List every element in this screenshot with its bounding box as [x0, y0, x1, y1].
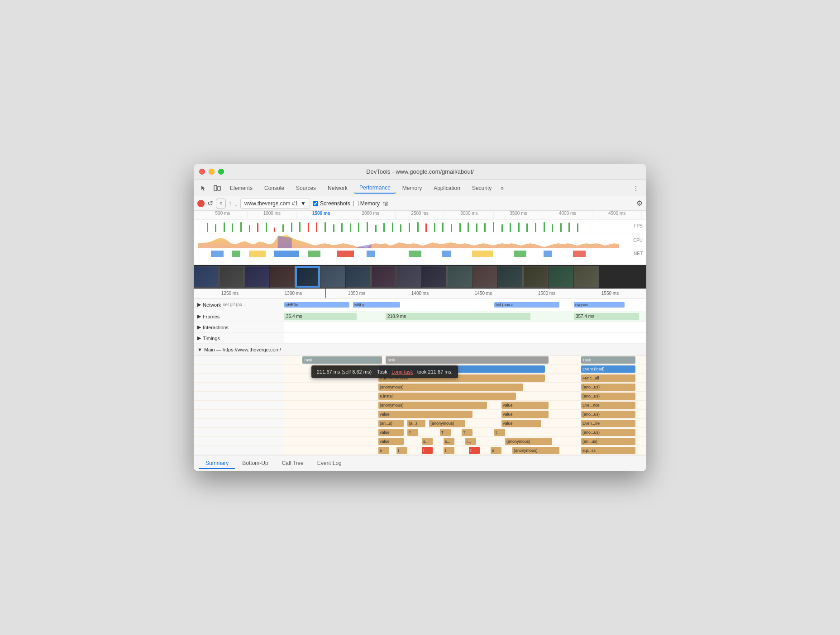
bottom-tab-eventlog[interactable]: Event Log	[311, 458, 348, 469]
tab-security[interactable]: Security	[467, 183, 497, 193]
screenshot-14[interactable]	[523, 266, 548, 288]
flame-block-value-6[interactable]: value	[378, 438, 404, 445]
flame-block-doc[interactable]: DO...C	[313, 365, 360, 373]
frame-bar-3[interactable]: 357.4 ms	[574, 313, 639, 320]
frames-track-label[interactable]: ▶ Frames	[194, 311, 284, 322]
network-track-label[interactable]: ▶ Network xel.gif (px...	[194, 299, 284, 311]
tab-console[interactable]: Console	[259, 183, 290, 193]
settings-button[interactable]: ⚙	[636, 199, 643, 208]
network-bar-2[interactable]: M6Ly...	[353, 302, 400, 308]
flame-block-T2[interactable]: T	[440, 429, 451, 436]
memory-checkbox[interactable]	[353, 201, 358, 206]
bottom-tab-summary[interactable]: Summary	[199, 458, 235, 469]
bottom-tab-bottomup[interactable]: Bottom-Up	[236, 458, 274, 469]
screenshot-7[interactable]	[346, 266, 371, 288]
flame-block-T3[interactable]: T	[462, 429, 472, 436]
tab-memory[interactable]: Memory	[397, 183, 427, 193]
flame-block-i1[interactable]: i...	[465, 438, 476, 445]
flame-block-event-load[interactable]: Event (load)	[581, 365, 635, 373]
tab-application[interactable]: Application	[428, 183, 466, 193]
screenshot-11[interactable]	[447, 266, 472, 288]
screenshot-9[interactable]	[396, 266, 421, 288]
upload-button[interactable]: ↑	[229, 200, 232, 207]
screenshots-toggle[interactable]: Screenshots	[313, 200, 350, 207]
flame-block-run-microtasks[interactable]: Run Microtasks	[378, 374, 545, 382]
screenshot-1[interactable]	[194, 266, 219, 288]
network-bar-1[interactable]: aHR0c	[284, 302, 349, 308]
flame-block-ans[interactable]: (an...s)	[378, 420, 404, 427]
flame-block-t2[interactable]: t	[396, 447, 407, 454]
flame-block-s2[interactable]: s...	[444, 438, 454, 445]
mobile-toggle-icon[interactable]	[211, 182, 224, 194]
flame-block-T1[interactable]: T	[407, 429, 418, 436]
flame-block-anon-3[interactable]: (ano...us)	[581, 393, 635, 400]
bottom-tab-calltree[interactable]: Call Tree	[276, 458, 310, 469]
more-tabs-button[interactable]: »	[498, 183, 506, 193]
screenshot-16[interactable]	[574, 266, 599, 288]
screenshot-12[interactable]	[472, 266, 497, 288]
screenshot-15[interactable]	[549, 266, 573, 288]
flame-block-task-3[interactable]: Task	[581, 356, 635, 364]
flame-block-anon-8[interactable]: (anonymous)	[505, 438, 552, 445]
flame-block-anus[interactable]: (an...us)	[581, 438, 635, 445]
flame-block-anon-5[interactable]: (ano...us)	[581, 411, 635, 418]
flame-block-value-5[interactable]: value	[378, 429, 404, 436]
screenshot-6[interactable]	[320, 266, 345, 288]
memory-toggle[interactable]: Memory	[353, 200, 380, 207]
network-bar-4[interactable]: cygnus	[574, 302, 625, 308]
close-button[interactable]	[199, 169, 205, 175]
timeline-overview[interactable]: 500 ms 1000 ms 1500 ms 2000 ms 2500 ms 3…	[194, 211, 646, 265]
flame-block-anon-9[interactable]: (anonymous)	[512, 447, 559, 454]
screenshot-10[interactable]	[422, 266, 447, 288]
flame-block-epss[interactable]: e.p...ss	[581, 447, 635, 454]
flame-block-e2[interactable]: e	[491, 447, 501, 454]
tab-network[interactable]: Network	[322, 183, 353, 193]
screenshot-4[interactable]	[270, 266, 295, 288]
cursor-tool-icon[interactable]	[197, 182, 210, 194]
url-selector[interactable]: www.theverge.com #1 ▼	[240, 199, 310, 209]
flame-block-evence[interactable]: Eve...nce	[581, 402, 635, 409]
flame-block-xhr[interactable]: XHR Load (c	[378, 365, 545, 373]
tab-elements[interactable]: Elements	[224, 183, 258, 193]
flame-block-evenire[interactable]: Even...ire	[581, 420, 635, 427]
flame-block-anon-1[interactable]: (anonymous)	[378, 384, 523, 391]
flame-block-value-4[interactable]: value	[501, 420, 541, 427]
minimize-button[interactable]	[209, 169, 215, 175]
interactions-track-label[interactable]: ▶ Interactions	[194, 322, 284, 332]
flame-block-task-1[interactable]: Task	[302, 356, 382, 364]
screenshot-13[interactable]	[498, 266, 523, 288]
flame-block-einstall[interactable]: e.install	[378, 393, 516, 400]
screenshot-8[interactable]	[371, 266, 396, 288]
frame-bar-1[interactable]: 36.4 ms	[284, 313, 357, 320]
clear-button[interactable]: 🗑	[382, 200, 389, 207]
flame-block-task-2[interactable]: Task	[386, 356, 549, 364]
flame-block-anon-6[interactable]: (anonymous)	[429, 420, 465, 427]
flame-block-t4[interactable]: t	[444, 447, 454, 454]
maximize-button[interactable]	[218, 169, 224, 175]
flame-block-s1[interactable]: s...	[422, 438, 433, 445]
download-button[interactable]: ↓	[234, 200, 238, 207]
tab-performance[interactable]: Performance	[354, 183, 396, 194]
flame-block-t1[interactable]: t	[494, 429, 505, 436]
frame-bar-2[interactable]: 218.9 ms	[386, 313, 530, 320]
flame-block-t5-red[interactable]: t	[469, 447, 480, 454]
devtools-menu-button[interactable]: ⋮	[629, 183, 643, 194]
flame-block-value-2[interactable]: value	[378, 411, 472, 418]
tab-sources[interactable]: Sources	[291, 183, 321, 193]
flame-block-value-3[interactable]: value	[501, 411, 549, 418]
screenshot-2[interactable]	[219, 266, 244, 288]
flame-block-a[interactable]: (a...)	[407, 420, 425, 427]
flame-block-anon-7[interactable]: (ano...us)	[581, 429, 635, 436]
flame-block-t3-red[interactable]: t	[422, 447, 433, 454]
flame-block-value-1[interactable]: value	[501, 402, 549, 409]
network-bar-3[interactable]: bid (aax.a	[494, 302, 559, 308]
timings-track-label[interactable]: ▶ Timings	[194, 333, 284, 343]
flame-block-funcall[interactable]: Func...all	[581, 374, 635, 382]
screenshot-5-highlight[interactable]	[295, 266, 320, 288]
main-section-header[interactable]: ▼ Main — https://www.theverge.com/	[194, 344, 646, 355]
record-button[interactable]	[197, 200, 205, 207]
screenshots-checkbox[interactable]	[313, 201, 318, 206]
flame-block-anon-4[interactable]: (anonymous)	[378, 402, 487, 409]
stop-button[interactable]: ⊘	[216, 199, 226, 209]
screenshot-3[interactable]	[244, 266, 269, 288]
